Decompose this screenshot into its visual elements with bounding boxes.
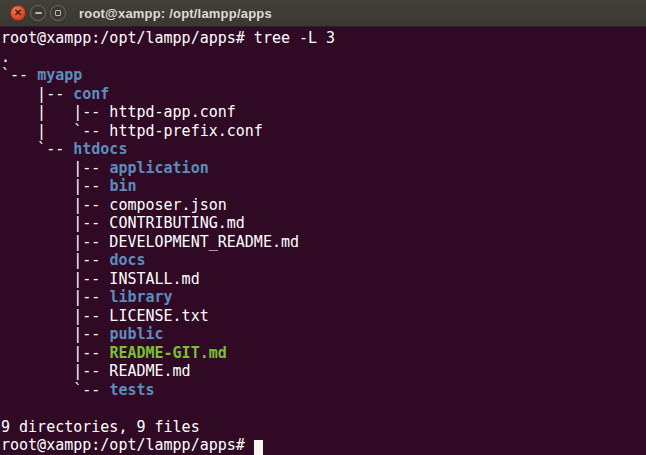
terminal-line: |-- library (1, 288, 646, 307)
terminal-line: |-- LICENSE.txt (1, 307, 646, 326)
terminal-line: | `-- httpd-prefix.conf (1, 122, 646, 141)
terminal-line: |-- README-GIT.md (1, 344, 646, 363)
terminal-line: |-- docs (1, 251, 646, 270)
terminal-line: |-- INSTALL.md (1, 270, 646, 289)
window-title: root@xampp: /opt/lampp/apps (79, 6, 272, 21)
terminal-line: root@xampp:/opt/lampp/apps# tree -L 3 (1, 29, 646, 48)
minimize-button[interactable] (30, 5, 46, 21)
terminal-cursor (254, 440, 263, 455)
minimize-icon (35, 12, 42, 14)
terminal-line: |-- conf (1, 85, 646, 104)
terminal-line: |-- bin (1, 177, 646, 196)
terminal-line: |-- composer.json (1, 196, 646, 215)
close-icon: ✕ (14, 8, 22, 18)
terminal-line: `-- htdocs (1, 140, 646, 159)
terminal-output: root@xampp:/opt/lampp/apps# tree -L 3.`-… (1, 29, 646, 455)
terminal-line: |-- DEVELOPMENT_README.md (1, 233, 646, 252)
terminal-line: 9 directories, 9 files (1, 418, 646, 437)
terminal-line: |-- CONTRIBUTING.md (1, 214, 646, 233)
maximize-icon (55, 10, 61, 16)
terminal-line: |-- application (1, 159, 646, 178)
terminal-line: root@xampp:/opt/lampp/apps# (1, 436, 646, 455)
close-button[interactable]: ✕ (10, 5, 26, 21)
terminal-line: |-- README.md (1, 362, 646, 381)
maximize-button[interactable] (50, 5, 66, 21)
terminal-line: | |-- httpd-app.conf (1, 103, 646, 122)
window-controls: ✕ (10, 5, 66, 21)
terminal-line: `-- myapp (1, 66, 646, 85)
terminal-screen[interactable]: root@xampp:/opt/lampp/apps# tree -L 3.`-… (0, 27, 646, 455)
titlebar[interactable]: ✕ root@xampp: /opt/lampp/apps (0, 0, 646, 27)
terminal-window: ✕ root@xampp: /opt/lampp/apps root@xampp… (0, 0, 646, 455)
terminal-line: |-- public (1, 325, 646, 344)
terminal-line: `-- tests (1, 381, 646, 400)
terminal-line: . (1, 48, 646, 67)
terminal-line (1, 399, 646, 418)
